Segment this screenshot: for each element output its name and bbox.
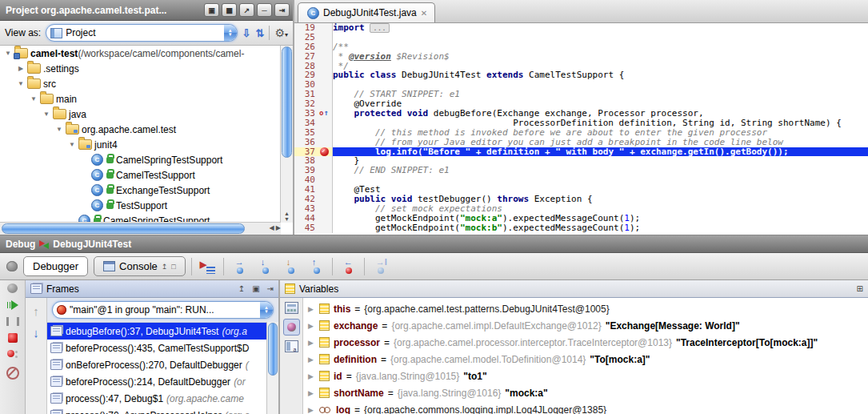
tree-item[interactable]: ▼junit4 bbox=[0, 137, 293, 152]
hide-window-icon[interactable] bbox=[274, 3, 290, 17]
chevron-down-icon[interactable]: ▼ bbox=[16, 80, 26, 87]
chevron-right-icon[interactable]: ▶ bbox=[308, 356, 315, 364]
force-step-into-icon[interactable] bbox=[281, 258, 301, 275]
variable-row[interactable]: ▶definition = {org.apache.camel.model.To… bbox=[303, 351, 868, 368]
chevron-down-icon[interactable]: ▼ bbox=[3, 50, 13, 57]
variable-row[interactable]: ▶processor = {org.apache.camel.processor… bbox=[303, 334, 868, 351]
variable-row[interactable]: ▶exchange = {org.apache.camel.impl.Defau… bbox=[303, 317, 868, 334]
thread-combobox[interactable]: "main"@1 in group "main": RUN... ▲▼ bbox=[52, 301, 274, 319]
tree-item[interactable]: CamelSpringTestSupport bbox=[0, 152, 293, 167]
stack-frame-row[interactable]: beforeProcess():435, CamelTestSupport$D bbox=[47, 340, 278, 356]
editor-tab[interactable]: DebugJUnit4Test.java ✕ bbox=[298, 2, 435, 22]
float-console-icon[interactable] bbox=[171, 263, 175, 271]
code-line[interactable]: 40 bbox=[294, 175, 868, 185]
step-into-icon[interactable] bbox=[255, 258, 275, 275]
chevron-right-icon[interactable]: ▶ bbox=[308, 305, 315, 313]
stack-frame-row[interactable]: process():70, AsyncProcessorHelper (org.… bbox=[47, 407, 278, 414]
chevron-right-icon[interactable]: ▶ bbox=[308, 389, 315, 397]
variable-row[interactable]: ▶id = {java.lang.String@1015}"to1" bbox=[303, 368, 868, 384]
tree-horizontal-scrollbar-thumb[interactable] bbox=[2, 223, 245, 234]
code-line[interactable]: 43 // set mock expectations bbox=[294, 204, 868, 214]
stack-frame-row[interactable]: debugBefore():37, DebugJUnit4Test (org.a bbox=[47, 323, 278, 340]
code-editor[interactable]: 19import ...2526/**27 * @version $Revisi… bbox=[294, 23, 868, 235]
collapse-all-icon[interactable] bbox=[256, 27, 265, 39]
override-marker-icon[interactable] bbox=[319, 108, 328, 119]
show-execution-point-icon[interactable] bbox=[198, 258, 218, 275]
tree-item[interactable]: ▼main bbox=[0, 91, 293, 107]
tab-console[interactable]: Console bbox=[94, 256, 186, 276]
auto-variables-mode-icon[interactable] bbox=[283, 319, 300, 336]
chevron-down-icon[interactable]: ▼ bbox=[29, 95, 38, 102]
code-line[interactable]: 27 * @version $Revision$ bbox=[294, 52, 868, 62]
pause-icon[interactable] bbox=[6, 317, 19, 326]
pin-window-icon[interactable] bbox=[239, 3, 254, 17]
tree-vertical-scrollbar-thumb[interactable] bbox=[282, 46, 292, 158]
code-line[interactable]: 26/** bbox=[294, 42, 868, 52]
scroll-to-source-icon[interactable] bbox=[242, 27, 251, 39]
gutter-marker-strip[interactable] bbox=[318, 147, 333, 157]
chevron-down-icon[interactable]: ▼ bbox=[54, 126, 64, 133]
tree-item[interactable]: ▼camel-test (/workspace/camel/components… bbox=[0, 46, 293, 61]
variable-row[interactable]: ▶log = {org.apache.commons.logging.impl.… bbox=[303, 401, 868, 414]
view-breakpoints-icon[interactable] bbox=[7, 350, 18, 360]
chevron-right-icon[interactable]: ▶ bbox=[308, 406, 315, 414]
combo-stepper-icon[interactable]: ▲▼ bbox=[224, 25, 237, 41]
stack-frame-row[interactable]: beforeProcess():214, DefaultDebugger (or bbox=[47, 373, 278, 390]
stop-icon[interactable] bbox=[8, 333, 18, 343]
code-line[interactable]: 34 ProcessorDefinition definition, Strin… bbox=[294, 119, 868, 128]
code-line[interactable]: 19import ... bbox=[294, 23, 868, 33]
chevron-right-icon[interactable]: ▶ bbox=[308, 339, 315, 347]
frames-vertical-scrollbar-thumb[interactable] bbox=[268, 323, 278, 376]
pop-frame-header-icon[interactable] bbox=[238, 284, 245, 293]
code-line[interactable]: 39 // END SNIPPET: e1 bbox=[294, 166, 868, 175]
code-line[interactable]: 37 log.info("Before " + definition + " w… bbox=[294, 147, 868, 157]
tree-item[interactable]: ▼java bbox=[0, 107, 293, 122]
chevron-right-icon[interactable]: ▶ bbox=[16, 65, 26, 72]
tree-item[interactable]: ▶.settings bbox=[0, 61, 293, 76]
dock-window-icon[interactable] bbox=[222, 3, 237, 17]
code-line[interactable]: 42 public void testDebugger() throws Exc… bbox=[294, 195, 868, 204]
code-line[interactable]: 35 // this method is invoked before we a… bbox=[294, 128, 868, 138]
code-line[interactable]: 32 @Override bbox=[294, 99, 868, 109]
tree-scroll-arrows[interactable]: ▲▼ bbox=[281, 211, 293, 222]
code-line[interactable]: 38 } bbox=[294, 156, 868, 166]
tree-item[interactable]: ▼org.apache.camel.test bbox=[0, 122, 293, 137]
chevron-down-icon[interactable]: ▼ bbox=[42, 111, 51, 118]
code-line[interactable]: 25 bbox=[294, 33, 868, 42]
code-line[interactable]: 30 bbox=[294, 80, 868, 90]
tree-item[interactable]: ▼src bbox=[0, 76, 293, 91]
chevron-right-icon[interactable]: ▶ bbox=[308, 322, 315, 330]
close-tab-icon[interactable]: ✕ bbox=[421, 9, 427, 18]
gear-settings-icon[interactable] bbox=[274, 26, 288, 39]
chevron-down-icon[interactable]: ▼ bbox=[67, 141, 77, 148]
variable-row[interactable]: ▶shortName = {java.lang.String@1016}"moc… bbox=[303, 384, 868, 401]
code-line[interactable]: 41 @Test bbox=[294, 185, 868, 195]
code-line[interactable]: 45 getMockEndpoint("mock:b").expectedMes… bbox=[294, 223, 868, 233]
step-out-icon[interactable] bbox=[306, 258, 326, 275]
tree-item[interactable]: TestSupport bbox=[0, 198, 293, 213]
code-line[interactable]: 31 // START SNIPPET: e1 bbox=[294, 90, 868, 99]
code-line[interactable]: 33 protected void debugBefore(Exchange e… bbox=[294, 109, 868, 119]
code-line[interactable]: 28 */ bbox=[294, 62, 868, 71]
code-line[interactable]: 36 // from your Java editor you can just… bbox=[294, 138, 868, 147]
resume-icon[interactable] bbox=[7, 300, 18, 310]
float-panel-icon[interactable] bbox=[252, 284, 259, 293]
chevron-right-icon[interactable]: ▶ bbox=[308, 372, 315, 380]
pop-frame-icon[interactable] bbox=[338, 258, 358, 275]
tree-vertical-scrollbar[interactable] bbox=[280, 46, 293, 223]
stack-frame-row[interactable]: process():47, Debug$1 (org.apache.came bbox=[47, 390, 278, 407]
tree-item[interactable]: CamelTestSupport bbox=[0, 167, 293, 183]
frames-vertical-scrollbar[interactable] bbox=[266, 322, 278, 414]
breakpoint-icon[interactable] bbox=[320, 147, 329, 156]
next-frame-icon[interactable]: ↓ bbox=[33, 326, 39, 340]
run-to-cursor-icon[interactable] bbox=[370, 258, 390, 275]
code-line[interactable]: 44 getMockEndpoint("mock:a").expectedMes… bbox=[294, 214, 868, 223]
code-line[interactable]: 29public class DebugJUnit4Test extends C… bbox=[294, 70, 868, 80]
float-window-icon[interactable] bbox=[204, 3, 219, 17]
tab-debugger[interactable]: Debugger bbox=[23, 256, 88, 276]
step-over-icon[interactable] bbox=[230, 258, 250, 275]
stack-frame-row[interactable]: onBeforeProcess():270, DefaultDebugger ( bbox=[47, 356, 278, 373]
export-icon[interactable] bbox=[162, 263, 168, 271]
add-watch-icon[interactable] bbox=[857, 284, 863, 293]
mute-breakpoints-icon[interactable] bbox=[6, 367, 19, 380]
